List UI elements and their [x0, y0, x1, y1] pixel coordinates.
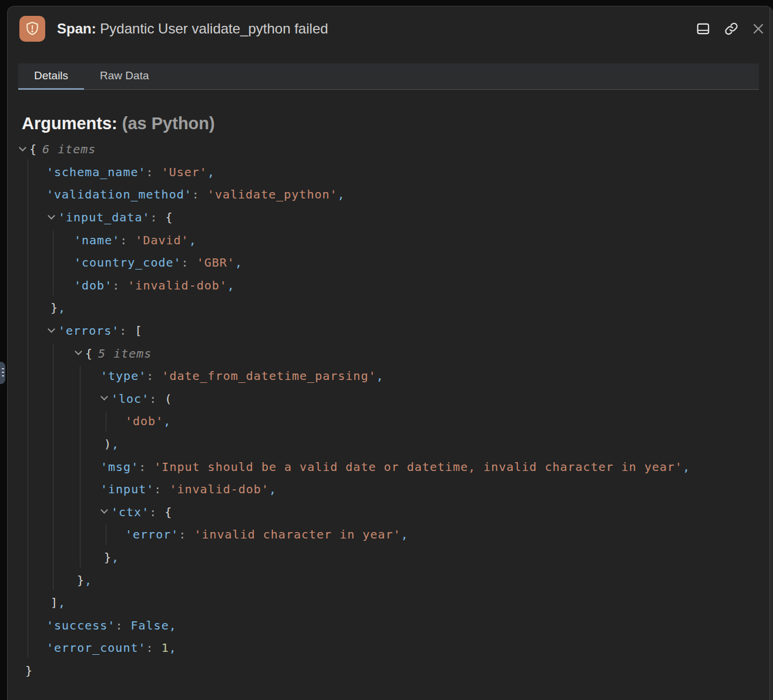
code-line: } [8, 659, 768, 682]
code-line: ], [8, 591, 768, 614]
tab-details[interactable]: Details [18, 63, 84, 90]
token-key: 'success' [46, 618, 115, 632]
token-key: 'loc' [111, 392, 149, 406]
tab-raw-data[interactable]: Raw Data [84, 63, 164, 90]
token-str: 'invalid character in year' [186, 527, 401, 541]
token-comma: , [112, 437, 119, 451]
token-comma: , [58, 301, 66, 315]
copy-link-button[interactable] [720, 17, 743, 41]
token-brace: ) [104, 437, 112, 451]
code-line: 'error': 'invalid character in year', [8, 523, 768, 546]
token-comma: , [85, 573, 92, 587]
token-str: 'validate_python' [200, 187, 338, 201]
token-brace: } [104, 550, 112, 564]
token-comma: , [227, 278, 235, 292]
token-key: 'type' [100, 369, 146, 383]
token-key: 'msg' [100, 460, 139, 474]
code-line: 'msg': 'Input should be a valid date or … [8, 455, 768, 478]
token-colon: : [149, 505, 157, 519]
indent-guide [80, 366, 80, 567]
token-str: 'invalid-dob' [162, 482, 269, 496]
code-line: 'error_count': 1, [8, 637, 768, 659]
arguments-heading-suffix: (as Python) [122, 114, 215, 133]
panel-bottom-icon [695, 21, 711, 36]
token-key: 'error_count' [46, 641, 146, 655]
token-comma: , [269, 482, 277, 496]
collapse-chevron-icon[interactable] [19, 144, 26, 152]
token-comma: , [169, 618, 177, 632]
link-icon [724, 21, 739, 36]
token-str: 'David' [127, 233, 189, 247]
token-comma: , [683, 460, 690, 474]
token-brace: { [29, 142, 37, 156]
token-colon: : [146, 165, 154, 179]
code-line: ), [8, 433, 768, 456]
token-comma: , [163, 414, 171, 428]
token-comma: , [401, 527, 409, 541]
code-line: 'ctx': { [8, 501, 768, 524]
token-str: 'date_from_datetime_parsing' [154, 369, 376, 383]
token-comma: , [377, 369, 384, 383]
token-brace: { [157, 505, 172, 519]
scrollbar-track[interactable] [769, 6, 773, 700]
token-colon: : [154, 482, 162, 496]
code-line: 'dob': 'invalid-dob', [8, 274, 768, 297]
token-key: 'error' [125, 527, 179, 541]
token-num: 1 [154, 641, 169, 655]
code-line: {6 items [8, 138, 768, 161]
token-comma: , [207, 165, 215, 179]
code-line: 'input_data': { [8, 206, 768, 229]
panel-resize-grip[interactable] [0, 362, 5, 384]
collapse-chevron-icon[interactable] [75, 348, 82, 355]
tab-bar: Details Raw Data [18, 63, 759, 90]
code-line: 'success': False, [8, 614, 768, 637]
token-str: 'Input should be a valid date or datetim… [146, 460, 683, 474]
token-str: 'User' [154, 165, 207, 179]
token-key: 'name' [74, 233, 120, 247]
code-line: {5 items [8, 342, 768, 365]
code-line: 'loc': ( [8, 388, 768, 410]
token-key: 'schema_name' [46, 165, 146, 179]
panel-title-text: Pydantic User validate_python failed [96, 21, 328, 36]
token-key: 'validation_method' [46, 187, 192, 201]
indent-guide [53, 344, 53, 590]
token-key: 'ctx' [111, 505, 149, 519]
token-colon: : [115, 618, 123, 632]
token-brace: [ [127, 324, 142, 338]
collapse-chevron-icon[interactable] [48, 325, 55, 333]
token-colon: : [150, 210, 158, 224]
collapse-chevron-icon[interactable] [48, 212, 55, 220]
collapse-chevron-icon[interactable] [100, 393, 108, 401]
token-comma: , [58, 595, 66, 610]
token-str: 'invalid-dob' [120, 278, 227, 292]
arguments-heading: Arguments: (as Python) [22, 114, 215, 133]
token-items: 6 items [42, 142, 96, 156]
token-colon: : [146, 641, 154, 655]
panel-title: Span: Pydantic User validate_python fail… [57, 21, 328, 37]
arguments-heading-main: Arguments: [22, 114, 122, 133]
token-brace: } [77, 573, 85, 587]
token-brace: ] [51, 595, 58, 610]
collapse-chevron-icon[interactable] [100, 506, 108, 514]
token-key: 'errors' [58, 324, 119, 338]
token-str: 'dob' [125, 414, 163, 428]
token-str: 'GBR' [189, 255, 235, 270]
token-comma: , [169, 641, 177, 655]
close-button[interactable] [747, 17, 770, 41]
token-comma: , [112, 550, 119, 564]
token-comma: , [338, 187, 345, 201]
token-brace: { [158, 210, 173, 224]
code-line: 'dob', [8, 410, 768, 433]
token-colon: : [179, 527, 186, 541]
code-line: }, [8, 546, 768, 569]
token-colon: : [120, 233, 127, 247]
code-line: }, [8, 568, 768, 591]
tab-raw-data-label: Raw Data [100, 69, 149, 82]
indent-guide [106, 411, 106, 432]
token-key: 'input_data' [58, 210, 150, 224]
close-icon [751, 22, 765, 36]
open-in-panel-button[interactable] [691, 17, 715, 41]
shield-alert-icon [19, 16, 45, 42]
code-line: 'schema_name': 'User', [8, 161, 768, 184]
token-colon: : [192, 187, 200, 201]
